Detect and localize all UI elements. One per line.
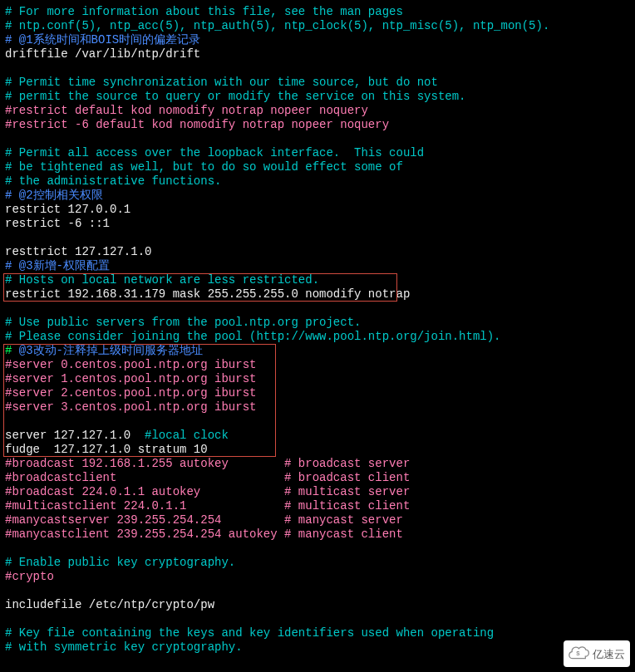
code-line: fudge 127.127.1.0 stratum 10 (5, 443, 630, 457)
code-line: #broadcast 224.0.1.1 autokey # multicast… (5, 485, 630, 499)
code-line: #manycastclient 239.255.254.254 autokey … (5, 527, 630, 542)
code-token: # Permit time synchronization with our t… (5, 76, 438, 89)
code-line (5, 612, 630, 626)
code-line: #restrict default kod nomodify notrap no… (5, 104, 630, 118)
code-line: # @3改动-注释掉上级时间服务器地址 (5, 344, 630, 358)
code-token: # @1系统时间和BOIS时间的偏差记录 (5, 33, 200, 47)
code-line (5, 231, 630, 245)
code-line: #server 2.centos.pool.ntp.org iburst (5, 386, 630, 400)
code-line: server 127.127.1.0 #local clock (5, 429, 630, 443)
svg-text:S: S (576, 650, 580, 656)
code-line: restrict -6 ::1 (5, 217, 630, 231)
code-token: #multicastclient 224.0.1.1 # multicast c… (5, 499, 410, 513)
code-line: # Permit all access over the loopback in… (5, 146, 630, 160)
code-line: # Please consider joining the pool (http… (5, 330, 630, 344)
code-line (5, 542, 630, 556)
code-token: # Key file containing the keys and key i… (5, 626, 494, 640)
config-file-editor: # For more information about this file, … (0, 0, 635, 660)
code-line: # be tightened as well, but to do so wou… (5, 160, 630, 174)
code-token: # ntp.conf(5), ntp_acc(5), ntp_auth(5), … (5, 19, 549, 32)
code-line: #server 1.centos.pool.ntp.org iburst (5, 372, 630, 386)
code-token: #server 1.centos.pool.ntp.org iburst (5, 372, 256, 385)
code-token: restrict 192.168.31.179 mask 255.255.255… (5, 287, 410, 301)
code-line (5, 61, 630, 76)
code-token: #broadcastclient # broadcast client (5, 471, 410, 484)
code-line: # @1系统时间和BOIS时间的偏差记录 (5, 33, 630, 47)
code-line (5, 414, 630, 429)
code-token: #crypto (5, 570, 54, 583)
code-token: #broadcast 192.168.1.255 autokey # broad… (5, 457, 410, 470)
code-token: driftfile /var/lib/ntp/drift (5, 47, 200, 61)
code-line: restrict 192.168.31.179 mask 255.255.255… (5, 287, 630, 302)
code-token: #local clock (145, 429, 229, 442)
code-line: #crypto (5, 570, 630, 584)
code-line: # Permit time synchronization with our t… (5, 76, 630, 90)
code-token: #broadcast 224.0.1.1 autokey # multicast… (5, 485, 410, 498)
watermark-text: 亿速云 (593, 647, 625, 661)
code-token: server 127.127.1.0 (5, 429, 145, 442)
code-line: # Use public servers from the pool.ntp.o… (5, 316, 630, 330)
code-line: # @2控制相关权限 (5, 189, 630, 203)
code-line: #multicastclient 224.0.1.1 # multicast c… (5, 499, 630, 513)
code-token: fudge 127.127.1.0 stratum 10 (5, 443, 208, 456)
code-line: # the administrative functions. (5, 174, 630, 189)
code-token: # Please consider joining the pool (http… (5, 330, 501, 343)
code-token: # Permit all access over the loopback in… (5, 146, 424, 159)
code-token: # permit the source to query or modify t… (5, 90, 466, 103)
code-token: #restrict -6 default kod nomodify notrap… (5, 118, 389, 131)
code-token: #manycastclient 239.255.254.254 autokey … (5, 527, 403, 541)
code-token: #restrict default kod nomodify notrap no… (5, 104, 368, 117)
code-token: #server 2.centos.pool.ntp.org iburst (5, 386, 256, 400)
code-line: #restrict -6 default kod nomodify notrap… (5, 118, 630, 132)
cloud-icon: S (569, 646, 590, 661)
code-line: # @3新增-权限配置 (5, 259, 630, 273)
code-token: @3改动-注释掉上级时间服务器地址 (12, 344, 203, 357)
code-line: #broadcastclient # broadcast client (5, 471, 630, 485)
code-token: restrict -6 ::1 (5, 217, 110, 230)
code-line: #broadcast 192.168.1.255 autokey # broad… (5, 457, 630, 471)
code-line: #server 0.centos.pool.ntp.org iburst (5, 358, 630, 372)
code-line: # with symmetric key cryptography. (5, 640, 630, 655)
code-token: includefile /etc/ntp/crypto/pw (5, 598, 214, 611)
code-line: # Hosts on local network are less restri… (5, 273, 630, 287)
code-token: # @3新增-权限配置 (5, 259, 110, 272)
code-token: # be tightened as well, but to do so wou… (5, 160, 403, 174)
code-token: # @2控制相关权限 (5, 189, 103, 202)
code-token: # Enable public key cryptography. (5, 556, 235, 569)
code-token: # Hosts on local network are less restri… (5, 273, 319, 287)
code-line: driftfile /var/lib/ntp/drift (5, 47, 630, 61)
code-line: # ntp.conf(5), ntp_acc(5), ntp_auth(5), … (5, 19, 630, 33)
code-token: #server 0.centos.pool.ntp.org iburst (5, 358, 256, 371)
code-line: restrict 127.0.0.1 (5, 203, 630, 217)
code-token: # For more information about this file, … (5, 5, 403, 18)
code-line: #manycastserver 239.255.254.254 # manyca… (5, 513, 630, 527)
code-token: # with symmetric key cryptography. (5, 640, 243, 654)
code-line: resttrict 127.127.1.0 (5, 245, 630, 259)
code-line (5, 584, 630, 598)
code-token: resttrict 127.127.1.0 (5, 245, 151, 258)
code-token: #server 3.centos.pool.ntp.org iburst (5, 400, 256, 414)
code-token: # the administrative functions. (5, 174, 221, 188)
watermark-badge: S 亿速云 (564, 640, 630, 667)
code-line (5, 132, 630, 146)
code-line: # For more information about this file, … (5, 5, 630, 19)
code-token: # Use public servers from the pool.ntp.o… (5, 316, 361, 329)
code-line: # Key file containing the keys and key i… (5, 626, 630, 640)
code-line: #server 3.centos.pool.ntp.org iburst (5, 400, 630, 414)
code-line (5, 302, 630, 316)
code-line: includefile /etc/ntp/crypto/pw (5, 598, 630, 612)
code-token: #manycastserver 239.255.254.254 # manyca… (5, 513, 403, 527)
code-line: # Enable public key cryptography. (5, 556, 630, 570)
code-line: # permit the source to query or modify t… (5, 90, 630, 104)
code-token: restrict 127.0.0.1 (5, 203, 130, 216)
